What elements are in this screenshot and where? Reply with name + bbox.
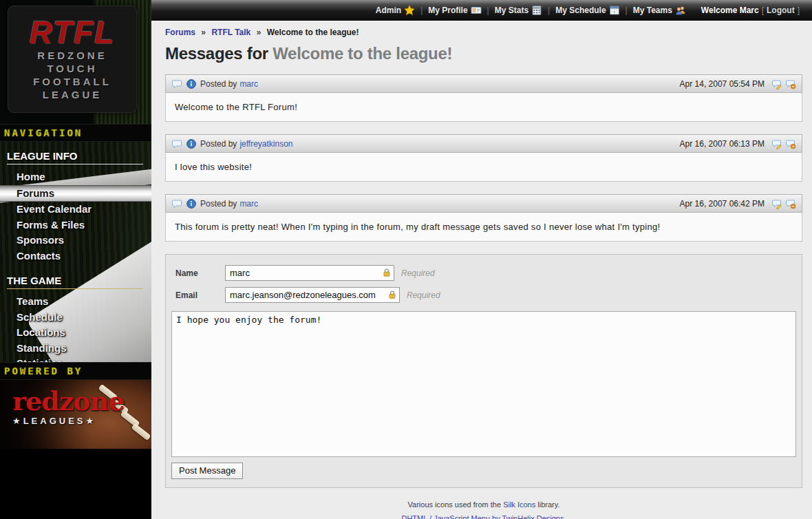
sidebar-item-schedule[interactable]: Schedule xyxy=(0,310,151,326)
my-stats-link[interactable]: My Stats xyxy=(495,6,528,15)
sidebar-item-contacts[interactable]: Contacts xyxy=(0,248,151,264)
account-topbar: Admin | My Profile | My Stats | My Sched… xyxy=(151,0,812,21)
message-textarea[interactable]: I hope you enjoy the forum! xyxy=(171,311,796,457)
sidebar-item-statistics[interactable]: Statistics xyxy=(0,356,151,362)
sidebar-item-forums[interactable]: Forums xyxy=(0,185,151,202)
edit-comment-icon[interactable] xyxy=(771,198,782,209)
sidebar-item-locations[interactable]: Locations xyxy=(0,325,151,341)
post-date: Apr 16, 2007 06:13 PM xyxy=(680,139,765,149)
post-header: Posted by jeffreyatkinson Apr 16, 2007 0… xyxy=(165,134,802,153)
post-author-link[interactable]: marc xyxy=(239,79,258,89)
sidebar-item-forms-files[interactable]: Forms & Files xyxy=(0,218,151,233)
name-field-row: Name Required xyxy=(175,265,798,281)
section-title-the-game: THE GAME xyxy=(0,273,151,291)
admin-link[interactable]: Admin xyxy=(376,6,401,15)
logo-acronym: RTFL xyxy=(8,16,136,49)
league-logo: RTFL REDZONE TOUCH FOOTBALL LEAGUE xyxy=(8,6,136,112)
comment-icon xyxy=(171,138,182,149)
redzone-leagues-text: ★LEAGUES★ xyxy=(12,416,125,426)
redzone-brand-text: redzone xyxy=(12,388,125,414)
logout-link[interactable]: Logout xyxy=(767,6,795,15)
email-input[interactable] xyxy=(225,287,400,303)
section-title-league-info: LEAGUE INFO xyxy=(0,149,151,167)
redzone-leagues-logo[interactable]: redzone ★LEAGUES★ xyxy=(12,388,125,426)
name-input-wrap xyxy=(225,265,394,281)
sidebar-item-event-calendar[interactable]: Event Calendar xyxy=(0,202,151,218)
topbar-item-my-stats[interactable]: My Stats xyxy=(495,5,542,16)
my-schedule-link[interactable]: My Schedule xyxy=(555,6,606,15)
posted-by-label: Posted by xyxy=(200,139,237,149)
topbar-item-my-schedule[interactable]: My Schedule xyxy=(555,5,619,16)
information-icon[interactable] xyxy=(186,78,197,89)
topbar-item-my-teams[interactable]: My Teams xyxy=(633,5,686,16)
section-title-text: THE GAME xyxy=(7,275,61,286)
sidebar-nav: LEAGUE INFO Home Forums Event Calendar F… xyxy=(0,142,151,362)
my-profile-link[interactable]: My Profile xyxy=(428,6,467,15)
comment-icon xyxy=(171,198,182,209)
comment-icon xyxy=(171,78,182,89)
calendar-icon xyxy=(609,5,620,16)
breadcrumb-current: Welcome to the league! xyxy=(267,28,359,37)
sidebar: RTFL REDZONE TOUCH FOOTBALL LEAGUE NAVIG… xyxy=(0,0,151,519)
my-teams-link[interactable]: My Teams xyxy=(633,6,672,15)
name-label: Name xyxy=(175,268,225,278)
edit-comment-icon[interactable] xyxy=(771,138,782,149)
sidebar-item-teams[interactable]: Teams xyxy=(0,294,151,310)
star-icon xyxy=(404,5,415,16)
delete-comment-icon[interactable] xyxy=(785,78,796,89)
logo-line: REDZONE xyxy=(8,49,136,62)
required-label: Required xyxy=(401,268,435,278)
forum-post: Posted by marc Apr 14, 2007 05:54 PM Wel… xyxy=(165,74,802,122)
football-lace xyxy=(131,423,151,441)
navigation-banner: NAVIGATION xyxy=(0,124,151,142)
topbar-separator: | xyxy=(487,6,489,15)
post-author-link[interactable]: jeffreyatkinson xyxy=(239,139,292,149)
logout-bracket: [ xyxy=(762,6,764,15)
breadcrumb-link-rtfl-talk[interactable]: RTFL Talk xyxy=(211,28,250,37)
main-content: Forums » RTFL Talk » Welcome to the leag… xyxy=(151,21,812,519)
breadcrumb-separator: » xyxy=(257,28,261,37)
required-label: Required xyxy=(407,290,440,300)
post-message-button[interactable]: Post Message xyxy=(171,463,243,479)
topbar-separator: | xyxy=(548,6,550,15)
twinhelix-link[interactable]: DHTML / JavaScript Menu by TwinHelix Des… xyxy=(401,514,566,519)
post-header: Posted by marc Apr 16, 2007 06:42 PM xyxy=(165,194,802,213)
delete-comment-icon[interactable] xyxy=(785,138,796,149)
topbar-item-admin[interactable]: Admin xyxy=(376,5,415,16)
logo-line: FOOTBALL xyxy=(8,75,136,88)
information-icon[interactable] xyxy=(186,138,197,149)
silk-icons-link[interactable]: Silk Icons xyxy=(503,500,535,509)
post-date: Apr 14, 2007 05:54 PM xyxy=(680,79,765,89)
post-author-link[interactable]: marc xyxy=(239,199,258,209)
vcard-icon xyxy=(471,5,482,16)
delete-comment-icon[interactable] xyxy=(785,198,796,209)
edit-comment-icon[interactable] xyxy=(771,78,782,89)
calculator-icon xyxy=(531,5,542,16)
sidebar-item-sponsors[interactable]: Sponsors xyxy=(0,233,151,248)
powered-by-banner: POWERED BY xyxy=(0,362,151,380)
league-logo-area: RTFL REDZONE TOUCH FOOTBALL LEAGUE xyxy=(0,0,151,124)
forum-post: Posted by marc Apr 16, 2007 06:42 PM Thi… xyxy=(165,194,802,242)
welcome-user-text: Welcome Marc xyxy=(701,6,759,15)
lock-icon xyxy=(382,268,392,277)
logo-line: LEAGUE xyxy=(8,88,136,101)
logout-bracket: ] xyxy=(798,6,800,15)
page-title: Messages for Welcome to the league! xyxy=(165,44,802,63)
post-body: Welcome to the RTFL Forum! xyxy=(165,93,802,122)
topbar-item-my-profile[interactable]: My Profile xyxy=(428,5,481,16)
lock-icon xyxy=(387,290,397,299)
section-title-text: LEAGUE INFO xyxy=(7,150,78,162)
post-body: This forum is pretty neat! When I'm typi… xyxy=(165,213,802,242)
email-label: Email xyxy=(175,290,225,300)
sidebar-item-standings[interactable]: Standings xyxy=(0,341,151,357)
topbar-separator: | xyxy=(626,6,628,15)
posted-by-label: Posted by xyxy=(200,79,237,89)
topbar-separator: | xyxy=(420,6,423,15)
logo-line: TOUCH xyxy=(8,62,136,75)
name-input[interactable] xyxy=(225,265,394,281)
section-rule xyxy=(7,164,143,165)
breadcrumb-link-forums[interactable]: Forums xyxy=(165,28,195,37)
posted-by-label: Posted by xyxy=(200,199,237,209)
sidebar-item-home[interactable]: Home xyxy=(0,169,151,185)
information-icon[interactable] xyxy=(186,198,197,209)
